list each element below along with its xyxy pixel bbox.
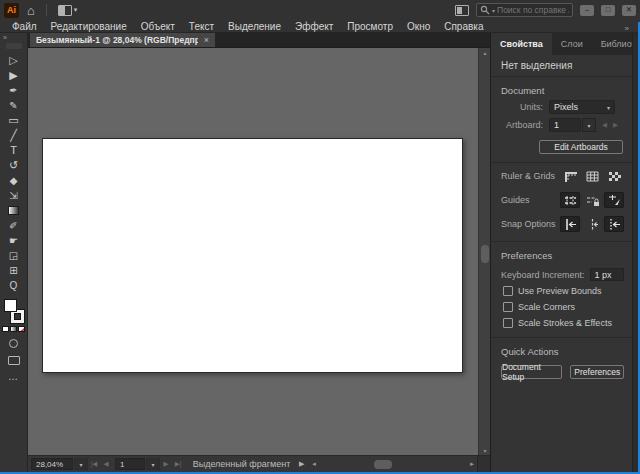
show-grid-button[interactable] [582,168,602,184]
first-artboard-button[interactable]: |◀ [88,460,100,468]
menu-window[interactable]: Окно [400,20,437,33]
document-setup-button[interactable]: Document Setup [501,365,562,379]
color-mode-buttons [2,326,25,332]
scale-corners-checkbox[interactable] [503,302,513,312]
rotate-tool[interactable]: ↺ [3,158,25,173]
scroll-right-icon[interactable]: ▸ [467,460,477,468]
rectangle-tool[interactable]: ▭ [3,113,25,128]
scroll-left-icon[interactable]: ◂ [309,460,319,468]
screen-mode-icon[interactable] [8,356,20,365]
menu-file[interactable]: Файл [5,20,44,33]
minimize-button[interactable]: – [580,5,594,16]
horizontal-scrollbar-track[interactable] [319,456,467,473]
panel-tab-strip: Свойства Слои Библиотеки » [491,33,632,55]
tools-panel: » ▷ ▶ ✒ ✎ ▭ ╱ T ↺ ◆ ⇲ ✐ ☛ ◲ ⊞ Q … [0,33,28,472]
next-artboard-button[interactable]: ▶ [160,460,172,468]
shape-builder-tool[interactable]: ◲ [3,248,25,263]
workspace-icon [58,5,72,16]
eyedropper-tool[interactable]: ✐ [3,218,25,233]
snap-to-pixel-button[interactable] [604,216,624,232]
menu-help[interactable]: Справка [437,20,490,33]
menu-view[interactable]: Просмотр [340,20,400,33]
none-button[interactable] [18,326,25,332]
workspace-switcher[interactable]: ▾ [58,5,78,16]
help-search-box[interactable]: ▾ [476,3,573,17]
lock-guides-button[interactable] [582,192,602,208]
toolbar-collapse-icon[interactable]: » [0,33,7,41]
scroll-down-icon[interactable]: ▾ [479,447,490,454]
previous-artboard-icon[interactable]: ◀ [602,121,607,129]
selection-tool[interactable]: ▷ [3,53,25,68]
scale-strokes-effects-checkbox[interactable] [503,318,513,328]
eraser-tool[interactable]: ◆ [3,173,25,188]
show-guides-button[interactable] [560,192,580,208]
canvas[interactable]: ▴ ▾ [28,48,490,455]
type-tool[interactable]: T [3,143,25,158]
units-dropdown[interactable]: Pixels ▾ [549,100,615,114]
scale-corners-label: Scale Corners [518,302,575,312]
hand-tool[interactable]: ☛ [3,233,25,248]
artboard-dropdown-caret[interactable]: ▾ [582,118,596,132]
snap-to-point-button[interactable] [582,216,602,232]
menu-edit[interactable]: Редактирование [44,20,134,33]
last-artboard-button[interactable]: ▶| [172,460,184,468]
gradient-tool[interactable] [3,203,25,218]
artboard-number-field[interactable]: 1 [115,458,145,470]
arrange-documents-icon[interactable] [455,5,469,16]
zoom-dropdown-caret[interactable]: ▾ [74,458,88,470]
chevron-down-icon: ▾ [74,6,78,14]
tab-close-icon[interactable]: × [204,35,209,45]
show-rulers-button[interactable] [560,168,580,184]
zoom-level-field[interactable]: 28,04% [31,458,73,470]
paintbrush-tool[interactable]: ✎ [3,98,25,113]
artboard[interactable] [42,138,463,373]
next-artboard-icon[interactable]: ▶ [613,121,618,129]
menu-effect[interactable]: Эффект [288,20,340,33]
artboard-dropdown[interactable]: 1 [549,118,581,132]
gradient-button[interactable] [10,326,17,332]
previous-artboard-button[interactable]: ◀ [100,460,112,468]
direct-selection-tool[interactable]: ▶ [3,68,25,83]
fill-swatch[interactable] [4,299,17,312]
vertical-scrollbar[interactable]: ▴ ▾ [478,48,490,455]
scale-tool[interactable]: ⇲ [3,188,25,203]
preferences-button[interactable]: Preferences [570,365,624,379]
tab-layers[interactable]: Слои [552,33,592,55]
panel-collapse-icon[interactable]: » [625,24,629,33]
artboard-tool[interactable]: ⊞ [3,263,25,278]
search-scope-caret-icon[interactable]: ▾ [492,7,495,14]
menu-object[interactable]: Объект [134,20,182,33]
smart-guides-icon [607,194,622,207]
show-transparency-grid-button[interactable] [604,168,624,184]
color-button[interactable] [2,326,9,332]
pen-tool[interactable]: ✒ [3,83,25,98]
artboard-dropdown-caret[interactable]: ▾ [146,458,160,470]
eraser-tool-icon: ◆ [10,176,18,186]
keyboard-increment-field[interactable]: 1 px [590,268,624,281]
zoom-tool[interactable]: Q [3,278,25,293]
snap-to-grid-button[interactable] [560,216,580,232]
toolbar-drag-handle[interactable] [6,43,22,49]
menu-select[interactable]: Выделение [221,20,288,33]
status-flyout-icon[interactable]: ▶ [299,460,309,468]
edit-toolbar-icon[interactable]: … [8,371,19,382]
document-tab[interactable]: Безымянный-1 @ 28,04% (RGB/Предпросмотр … [30,33,215,47]
line-segment-tool[interactable]: ╱ [3,128,25,143]
search-input[interactable] [497,5,569,15]
use-preview-bounds-checkbox[interactable] [503,286,513,296]
menu-type[interactable]: Текст [182,20,221,33]
horizontal-scrollbar[interactable]: ◂ ▸ [309,456,477,473]
fill-stroke-indicator[interactable] [3,299,25,323]
vertical-scrollbar-thumb[interactable] [481,245,489,263]
smart-guides-button[interactable] [604,192,624,208]
horizontal-scrollbar-thumb[interactable] [374,460,392,469]
line-segment-tool-icon: ╱ [10,130,17,141]
home-icon[interactable]: ⌂ [27,4,35,17]
close-button[interactable]: ✕ [622,5,636,16]
draw-mode-icon[interactable] [9,339,18,348]
edit-artboards-button[interactable]: Edit Artboards [539,140,623,154]
scroll-up-icon[interactable]: ▴ [479,49,490,56]
tab-properties[interactable]: Свойства [491,33,552,55]
document-tab-title: Безымянный-1 @ 28,04% (RGB/Предпросмотр … [36,35,198,45]
maximize-button[interactable]: □ [601,5,615,16]
